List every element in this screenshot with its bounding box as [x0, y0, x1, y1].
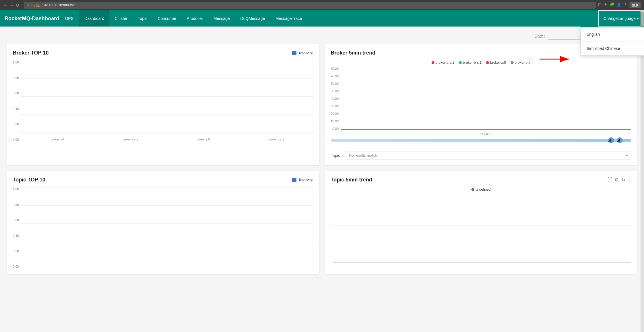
topic-label: Topic : [331, 153, 342, 158]
dot-undefined [471, 188, 474, 191]
legend-broker-b-s1: broker-b-s:1 [459, 61, 482, 65]
ops-link[interactable]: OPS [65, 16, 74, 21]
nav-links: Dashboard Cluster Topic Consumer Produce… [79, 10, 598, 27]
topic-5min-title: Topic 5min trend [331, 177, 372, 183]
topic-expand-icon[interactable]: ⛶ [608, 177, 612, 183]
topic-top10-legend: TotalMsg [292, 178, 313, 182]
topic-top10-plot [21, 187, 313, 268]
broker-top10-card: Broker TOP 10 TotalMsg 1.00 0.80 0.60 0.… [7, 44, 319, 165]
menu-icon[interactable]: ⋮ [624, 2, 627, 8]
browser-nav: ← → ↻ [3, 3, 19, 8]
topic-top10-header: Topic TOP 10 TotalMsg [13, 177, 313, 183]
dot-broker-a0 [486, 61, 489, 64]
dot-broker-as1 [432, 61, 434, 64]
broker-5min-card: Broker 5min trend ⛶ 🗑 ↻ ⇓ broker-a-s:1 b… [325, 44, 637, 165]
line-svg [341, 67, 631, 130]
charts-grid: Broker TOP 10 TotalMsg 1.00 0.80 0.60 0.… [7, 44, 637, 274]
forward-button[interactable]: → [9, 3, 14, 8]
broker-top10-chart: 1.00 0.80 0.60 0.40 0.20 0.00 [13, 61, 313, 141]
nav-messagetrace[interactable]: MessageTrace [270, 10, 307, 27]
nav-producer[interactable]: Producer [182, 10, 208, 27]
topic-top10-chart: 1.00 0.80 0.60 0.40 0.20 0.00 [13, 187, 313, 268]
language-dropdown-container: ChangeLanguage ▾ English Simplified Chin… [598, 10, 644, 27]
legend-broker-b0: broker-b:0 [511, 61, 531, 65]
profile-icon[interactable]: 👤 [617, 2, 621, 8]
browser-chrome: ← → ↻ ⚠ 不安全 192.168.8.18:8080/#/ ◫ ★ 🧩 👤… [0, 0, 644, 10]
puzzle-icon[interactable]: 🧩 [610, 2, 614, 8]
legend-broker-a0: broker-a:0 [486, 61, 506, 65]
topic-top10-legend-label: TotalMsg [298, 178, 313, 182]
brand-logo: RocketMQ-Dashboard [5, 16, 59, 22]
address-bar[interactable]: ⚠ 不安全 192.168.8.18:8080/#/ [24, 2, 596, 9]
line-y-axis: 80.00 70.00 60.00 50.00 40.00 30.00 20.0… [331, 67, 341, 136]
change-language-button[interactable]: ChangeLanguage ▾ [598, 10, 644, 27]
nav-consumer[interactable]: Consumer [152, 10, 182, 27]
browser-actions: ◫ ★ 🧩 👤 ⋮ 更新 [598, 2, 641, 8]
topic-line-y-axis [331, 194, 333, 263]
lang-english[interactable]: English [581, 27, 644, 42]
legend-undefined: undefined [471, 187, 491, 192]
topic-grid-lines [21, 187, 313, 259]
topic-top10-title: Topic TOP 10 [13, 177, 45, 183]
language-dropdown-menu: English Simplified Chinese [580, 27, 644, 56]
slider-fill [331, 139, 632, 142]
topic-5min-legend: undefined [331, 187, 632, 192]
main-content: Date : 📅 Broker TOP 10 TotalMsg 1.00 0.8… [0, 27, 644, 332]
broker-5min-title: Broker 5min trend [331, 50, 376, 56]
topic-row: Topic : No results match [331, 151, 632, 160]
reload-button[interactable]: ↻ [16, 3, 19, 8]
topic-baseline [21, 259, 313, 259]
nav-topic[interactable]: Topic [132, 10, 152, 27]
topic-top10-y-axis: 1.00 0.80 0.60 0.40 0.20 0.00 [13, 187, 21, 268]
topic-line-svg [333, 194, 632, 263]
broker-5min-line-area: 11:04:00 [341, 67, 631, 136]
x-axis-labels: broker-b:0 broker-a-s:1 broker-a:0 broke… [21, 138, 313, 141]
nav-dashboard[interactable]: Dashboard [79, 10, 110, 27]
url-text: 192.168.8.18:8080/#/ [42, 3, 74, 7]
topic-5min-line-area [333, 194, 632, 263]
baseline [21, 132, 313, 132]
topic-download-icon[interactable]: ⇓ [628, 177, 631, 183]
nav-cluster[interactable]: Cluster [109, 10, 132, 27]
bookmark-icon[interactable]: ★ [604, 2, 607, 8]
topic-5min-plot [331, 194, 632, 263]
extensions-icon[interactable]: ◫ [598, 2, 602, 8]
broker-top10-y-axis: 1.00 0.80 0.60 0.40 0.20 0.00 [13, 61, 21, 141]
broker-top10-title: Broker TOP 10 [13, 50, 48, 56]
slider-handle-left[interactable]: ◢ [608, 137, 614, 143]
legend-broker-a-s1: broker-a-s:1 [432, 61, 454, 65]
broker-top10-legend-label: TotalMsg [298, 51, 313, 55]
navbar: RocketMQ-Dashboard OPS Dashboard Cluster… [0, 10, 644, 27]
broker-top10-header: Broker TOP 10 TotalMsg [13, 50, 313, 56]
topic-5min-header: Topic 5min trend ⛶ 🗑 ↻ ⇓ [331, 177, 632, 183]
broker-top10-legend: TotalMsg [292, 51, 313, 55]
time-range-slider[interactable]: ◢ ◢ [331, 139, 632, 148]
topic-refresh-icon[interactable]: ↻ [621, 177, 625, 183]
topic-trash-icon[interactable]: 🗑 [615, 177, 619, 183]
broker-top10-plot: broker-b:0 broker-a-s:1 broker-a:0 broke… [21, 61, 313, 141]
scrollbar[interactable] [641, 10, 644, 332]
grid-lines [21, 61, 313, 132]
topic-5min-card: Topic 5min trend ⛶ 🗑 ↻ ⇓ undefined [325, 171, 637, 274]
legend-box-broker [292, 51, 296, 55]
update-btn[interactable]: 更新 [630, 2, 641, 8]
topic-select[interactable]: No results match [346, 151, 631, 160]
slider-handle-right[interactable]: ◢ [617, 137, 623, 143]
broker-5min-plot: 80.00 70.00 60.00 50.00 40.00 30.00 20.0… [331, 67, 632, 136]
security-warning: ⚠ 不安全 [27, 3, 40, 7]
time-label: 11:04:00 [480, 132, 492, 136]
topic-top10-card: Topic TOP 10 TotalMsg 1.00 0.80 0.60 0.4… [7, 171, 319, 274]
date-row: Date : 📅 [7, 32, 637, 40]
dot-broker-b0 [511, 61, 514, 64]
broker-5min-legend: broker-a-s:1 broker-b-s:1 broker-a:0 bro… [331, 61, 632, 65]
nav-dlqmessage[interactable]: DLQMessage [235, 10, 270, 27]
legend-box-topic [292, 178, 296, 182]
lang-simplified-chinese[interactable]: Simplified Chinese [581, 42, 644, 55]
back-button[interactable]: ← [3, 3, 8, 8]
nav-message[interactable]: Message [208, 10, 235, 27]
slider-track: ◢ ◢ [331, 139, 632, 141]
topic-5min-actions: ⛶ 🗑 ↻ ⇓ [608, 177, 631, 183]
date-label: Date : [535, 34, 545, 38]
dot-broker-bs1 [459, 61, 462, 64]
